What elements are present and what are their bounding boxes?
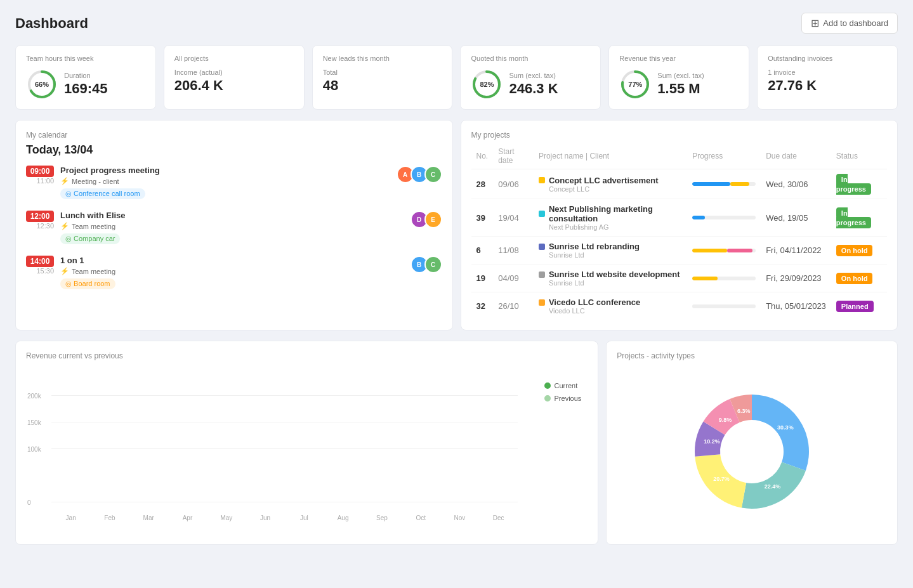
legend-current: Current	[544, 382, 582, 389]
avatar: C	[424, 166, 442, 183]
proj-status: In progress	[831, 169, 887, 199]
lightning-icon: ⚡	[60, 267, 69, 275]
proj-col-5: Status	[831, 143, 887, 169]
bar-grid: 200k 150k 100k 0	[51, 369, 518, 502]
proj-progress	[687, 265, 761, 292]
x-label: May	[207, 514, 246, 521]
donut-segment	[752, 395, 809, 471]
proj-name-cell: Concept LLC advertisement Concept LLC	[534, 169, 687, 199]
legend-label-previous: Previous	[555, 395, 582, 402]
y-label: 0	[27, 499, 31, 506]
proj-progress	[687, 169, 761, 199]
x-label: Jan	[51, 514, 90, 521]
kpi-card-5: Outstanding invoices 1 invoice 27.76 K	[757, 45, 898, 110]
kpi-sub: Duration	[64, 72, 108, 79]
x-label: Apr	[168, 514, 207, 521]
kpi-card-4: Revenue this year 77% Sum (excl. tax) 1.…	[608, 45, 749, 110]
event-location: ◎ Conference call room	[60, 188, 145, 199]
location-icon: ◎	[65, 280, 72, 287]
kpi-card-1: All projects Income (actual) 206.4 K	[164, 45, 305, 110]
kpi-value: 27.76 K	[768, 77, 817, 94]
chart-legend: Current Previous	[544, 382, 582, 402]
progress-fill-a	[692, 182, 730, 186]
y-label: 200k	[27, 393, 41, 400]
proj-no: 6	[471, 237, 494, 265]
proj-status: On hold	[831, 237, 887, 265]
table-row: 2809/06 Concept LLC advertisement Concep…	[471, 169, 888, 199]
legend-label-current: Current	[555, 382, 578, 389]
calendar-date: Today, 13/04	[26, 143, 442, 157]
status-badge: In progress	[836, 174, 871, 195]
revenue-chart-title: Revenue current vs previous	[26, 351, 588, 360]
table-row: 3226/10 Vicedo LLC conference Vicedo LLC…	[471, 292, 888, 320]
kpi-sub: 1 invoice	[768, 69, 817, 76]
kpi-label: Revenue this year	[619, 55, 739, 62]
proj-name: Sunrise Ltd website development	[549, 270, 680, 279]
proj-no: 32	[471, 292, 494, 320]
page-title: Dashboard	[15, 15, 88, 32]
x-label: Jun	[246, 514, 284, 521]
proj-col-4: Due date	[761, 143, 831, 169]
x-label: Nov	[440, 514, 479, 521]
proj-color-dot	[539, 177, 545, 183]
add-to-dashboard-button[interactable]: ⊞ Add to dashboard	[801, 13, 898, 34]
proj-name: Sunrise Ltd rebranding	[549, 242, 640, 251]
proj-col-2: Project name | Client	[534, 143, 687, 169]
proj-name: Next Publishing marketing consultation	[549, 204, 682, 223]
projects-card: My projects No.Start dateProject name | …	[461, 120, 898, 330]
calendar-event: 14:00 15:30 1 on 1 ⚡ Team meeting ◎ Boar…	[26, 256, 442, 289]
y-label: 150k	[27, 419, 41, 426]
proj-status: Planned	[831, 292, 887, 320]
proj-name: Concept LLC advertisement	[549, 176, 659, 185]
kpi-value: 246.3 K	[509, 81, 558, 97]
proj-color-dot	[539, 211, 545, 217]
proj-progress	[687, 237, 761, 265]
x-label: Mar	[129, 514, 168, 521]
event-location: ◎ Company car	[60, 233, 120, 244]
proj-name-cell: Sunrise Ltd rebranding Sunrise Ltd	[534, 237, 687, 265]
location-icon: ◎	[65, 235, 72, 242]
event-avatars: DE	[414, 211, 442, 228]
kpi-label: New leads this month	[323, 55, 442, 62]
event-avatars: BC	[414, 256, 442, 273]
x-label: Aug	[324, 514, 362, 521]
projects-table: No.Start dateProject name | ClientProgre…	[471, 143, 888, 320]
kpi-sub: Sum (excl. tax)	[657, 72, 704, 79]
donut-svg: 30.3%22.4%20.7%10.2%9.8%6.3%	[676, 376, 828, 528]
calendar-section-title: My calendar	[26, 131, 442, 140]
x-label: Dec	[479, 514, 518, 521]
avatar: E	[424, 211, 442, 228]
proj-start: 09/06	[493, 169, 534, 199]
event-meta: ⚡ Team meeting	[60, 267, 408, 275]
svg-text:30.3%: 30.3%	[777, 424, 794, 431]
avatar: C	[424, 256, 442, 273]
legend-dot-current	[544, 382, 551, 389]
kpi-value: 206.4 K	[174, 77, 223, 94]
proj-client: Concept LLC	[549, 185, 682, 193]
event-time-end: 12:30	[26, 222, 54, 230]
proj-progress	[687, 292, 761, 320]
event-title: Project progress meeting	[60, 166, 394, 175]
event-time-start: 14:00	[26, 256, 54, 267]
donut-chart-title: Projects - activity types	[617, 351, 887, 360]
kpi-card-3: Quoted this month 82% Sum (excl. tax) 24…	[460, 45, 601, 110]
progress-fill-a	[692, 249, 727, 252]
proj-no: 28	[471, 169, 494, 199]
svg-text:20.7%: 20.7%	[713, 476, 730, 482]
event-time-end: 11:00	[26, 177, 54, 185]
proj-no: 39	[471, 199, 494, 237]
circle-progress: 66%	[26, 69, 58, 100]
table-row: 1904/09 Sunrise Ltd website development …	[471, 265, 888, 292]
proj-client: Sunrise Ltd	[549, 279, 682, 287]
x-label: Oct	[402, 514, 440, 521]
y-label: 100k	[27, 446, 41, 453]
lightning-icon: ⚡	[60, 177, 69, 185]
kpi-value: 169:45	[64, 81, 108, 97]
calendar-card: My calendar Today, 13/04 09:00 11:00 Pro…	[15, 120, 453, 330]
x-label: Sep	[362, 514, 401, 521]
legend-dot-previous	[544, 395, 551, 402]
proj-status: In progress	[831, 199, 887, 237]
status-badge: Planned	[836, 301, 874, 312]
svg-text:22.4%: 22.4%	[765, 483, 781, 490]
event-time-start: 12:00	[26, 211, 54, 222]
